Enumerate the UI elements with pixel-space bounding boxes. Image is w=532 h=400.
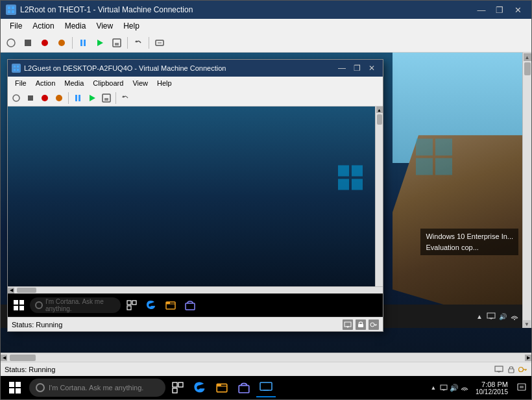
bottom-tray-chevron[interactable]: ▲ [429, 383, 438, 392]
tb-back-btn[interactable] [3, 35, 19, 51]
outer-minimize-btn[interactable]: — [473, 3, 490, 16]
inner-menu-media[interactable]: Media [60, 79, 88, 88]
bottom-edge-icon[interactable] [190, 378, 210, 397]
tb-power-btn[interactable] [54, 35, 69, 51]
tb-save-btn[interactable] [109, 35, 125, 51]
inner-tb-pause[interactable] [71, 92, 84, 105]
inner-task-view-btn[interactable] [123, 297, 140, 314]
tb-separator-3 [149, 37, 149, 49]
bottom-tray-network[interactable] [460, 383, 469, 392]
inner-h-scrollbar[interactable]: ◀ [8, 286, 383, 294]
outer-h-scroll-thumb[interactable] [10, 355, 36, 361]
inner-close-btn[interactable]: ✕ [365, 62, 379, 74]
inner-menu-file[interactable]: File [10, 79, 31, 88]
svg-point-4 [7, 39, 15, 47]
svg-rect-27 [75, 95, 77, 101]
svg-rect-80 [9, 382, 14, 387]
outer-menu-help[interactable]: Help [118, 20, 145, 32]
inner-menu-clipboard[interactable]: Clipboard [88, 79, 128, 88]
svg-point-25 [42, 95, 48, 101]
outer-menu-media[interactable]: Media [60, 20, 91, 32]
inner-status-text: Status: Running [12, 321, 343, 329]
bottom-tray-volume[interactable]: 🔊 [450, 383, 459, 392]
outer-status-icon-monitor [494, 365, 504, 374]
svg-rect-33 [352, 165, 363, 176]
tb-red1-btn[interactable] [37, 35, 53, 51]
tray-monitor[interactable] [486, 311, 496, 321]
inner-tb-save[interactable] [100, 92, 113, 105]
svg-rect-35 [352, 179, 363, 190]
inner-edge-icon[interactable] [143, 297, 160, 314]
outer-close-btn[interactable]: ✕ [509, 3, 526, 16]
inner-tb-sep1 [68, 92, 69, 104]
inner-cortana-text: I'm Cortana. Ask me anything. [45, 298, 115, 312]
inner-start-button[interactable] [10, 297, 27, 314]
action-center-btn[interactable] [514, 378, 529, 397]
inner-menu-action[interactable]: Action [31, 79, 60, 88]
tb-stop-btn[interactable] [20, 35, 36, 51]
outer-menu-view[interactable]: View [91, 20, 118, 32]
tray-network[interactable] [509, 311, 520, 321]
inner-tb-red1[interactable] [38, 92, 51, 105]
svg-point-95 [464, 390, 465, 391]
svg-rect-85 [178, 382, 183, 387]
outer-status-icon-lock [507, 365, 516, 374]
svg-rect-45 [186, 303, 195, 310]
svg-rect-18 [435, 158, 452, 175]
inner-menu-help[interactable]: Help [152, 79, 176, 88]
outer-start-button[interactable] [3, 376, 27, 399]
inner-tb-red2[interactable] [53, 92, 66, 105]
desktop-wallpaper-rock [393, 53, 522, 328]
outer-h-scrollbar[interactable]: ◀ ▶ [1, 353, 531, 362]
svg-rect-88 [217, 384, 221, 386]
inner-v-scroll-thumb[interactable] [377, 114, 382, 125]
outer-restore-btn[interactable]: ❐ [491, 3, 508, 16]
svg-rect-76 [509, 369, 514, 373]
inner-restore-btn[interactable]: ❐ [350, 62, 364, 74]
inner-menu-view[interactable]: View [128, 79, 152, 88]
inner-v-scrollbar[interactable]: ▲ [375, 106, 383, 286]
inner-store-icon[interactable] [182, 297, 199, 314]
bottom-cortana-search[interactable]: I'm Cortana. Ask me anything. [29, 379, 165, 397]
outer-menu-file[interactable]: File [5, 20, 27, 32]
outer-menu-bar: File Action Media View Help [1, 19, 531, 33]
svg-rect-19 [14, 66, 16, 68]
tb-undo-btn[interactable] [130, 35, 146, 51]
tray-chevron[interactable]: ▲ [474, 311, 485, 321]
bottom-store-icon[interactable] [234, 378, 254, 397]
inner-title-bar: L2Guest on DESKTOP-A2FUQ4O - Virtual Mac… [8, 60, 383, 77]
outer-v-scrollbar[interactable]: ▲ ▼ [522, 53, 531, 328]
inner-status-icons [343, 319, 379, 330]
svg-rect-32 [338, 165, 349, 176]
inner-minimize-btn[interactable]: — [335, 62, 349, 74]
tb-extra-btn[interactable] [152, 35, 167, 51]
svg-rect-86 [173, 388, 177, 393]
svg-point-50 [370, 323, 374, 327]
bottom-tray-monitor[interactable] [439, 383, 448, 392]
inner-explorer-icon[interactable] [162, 297, 179, 314]
inner-h-scroll-thumb[interactable] [17, 288, 36, 293]
bottom-taskview-btn[interactable] [168, 378, 187, 397]
svg-point-77 [519, 367, 524, 371]
bottom-explorer-icon[interactable] [212, 378, 232, 397]
svg-point-72 [514, 319, 515, 320]
tray-volume[interactable]: 🔊 [498, 311, 508, 321]
tb-play-btn[interactable] [92, 35, 108, 51]
svg-rect-69 [487, 313, 495, 318]
svg-rect-28 [79, 95, 80, 101]
inner-tb-undo[interactable] [119, 92, 132, 105]
inner-tb-stop[interactable] [24, 92, 37, 105]
inner-tb-back[interactable] [10, 92, 23, 105]
bottom-cortana-text: I'm Cortana. Ask me anything. [49, 384, 143, 392]
outer-menu-action[interactable]: Action [27, 20, 59, 32]
svg-rect-44 [166, 302, 170, 304]
inner-cortana-search[interactable]: I'm Cortana. Ask me anything. [30, 297, 121, 313]
bottom-vm-taskbar-icon[interactable] [256, 378, 276, 397]
inner-tb-play[interactable] [86, 92, 99, 105]
tb-pause-btn[interactable] [75, 35, 91, 51]
svg-rect-82 [9, 388, 14, 394]
outer-v-scroll-thumb[interactable] [524, 62, 531, 75]
inner-vm-window: L2Guest on DESKTOP-A2FUQ4O - Virtual Mac… [7, 59, 383, 332]
svg-point-23 [13, 95, 19, 101]
system-clock[interactable]: 7:08 PM 10/12/2015 [472, 381, 512, 395]
